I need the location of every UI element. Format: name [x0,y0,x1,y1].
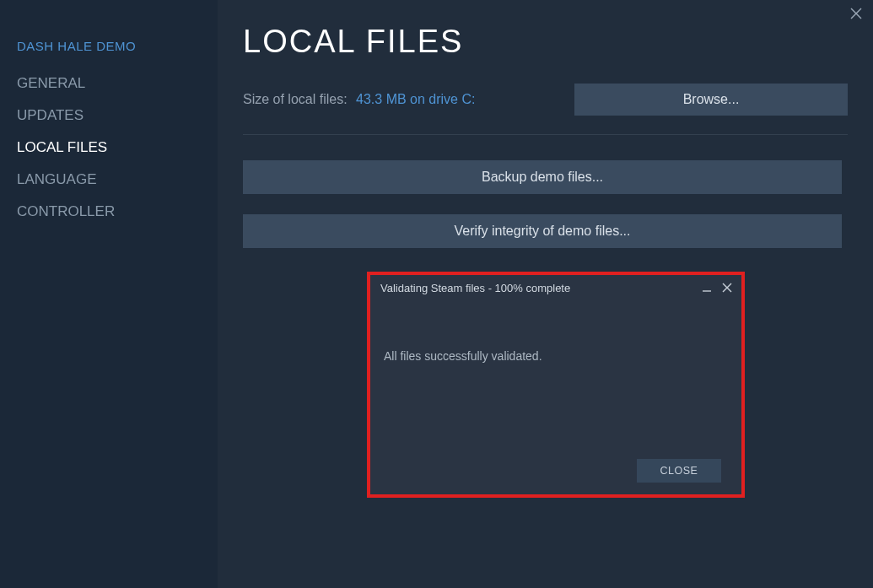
close-window-icon[interactable] [848,5,865,22]
sidebar-game-title: DASH HALE DEMO [17,39,201,53]
dialog-title: Validating Steam files - 100% complete [380,282,694,294]
page-title: LOCAL FILES [243,24,848,60]
size-value: 43.3 MB on drive C: [356,92,475,106]
validation-dialog: Validating Steam files - 100% complete A… [367,272,745,498]
size-row: Size of local files: 43.3 MB on drive C:… [243,84,848,116]
sidebar-item-controller[interactable]: CONTROLLER [17,203,201,220]
minimize-icon[interactable] [699,280,714,295]
dialog-titlebar: Validating Steam files - 100% complete [370,275,741,300]
dialog-body: All files successfully validated. [370,300,741,363]
sidebar-item-updates[interactable]: UPDATES [17,107,201,124]
sidebar-item-language[interactable]: LANGUAGE [17,171,201,188]
close-icon[interactable] [719,280,735,295]
dialog-message: All files successfully validated. [384,349,728,363]
sidebar-item-general[interactable]: GENERAL [17,75,201,92]
sidebar-item-local-files[interactable]: LOCAL FILES [17,139,201,156]
dialog-footer: CLOSE [637,459,721,483]
size-label: Size of local files: [243,92,348,106]
browse-button[interactable]: Browse... [574,84,848,116]
verify-button[interactable]: Verify integrity of demo files... [243,214,842,248]
backup-button[interactable]: Backup demo files... [243,160,842,194]
divider [243,134,848,135]
dialog-close-button[interactable]: CLOSE [637,459,721,483]
sidebar: DASH HALE DEMO GENERAL UPDATES LOCAL FIL… [0,0,218,588]
